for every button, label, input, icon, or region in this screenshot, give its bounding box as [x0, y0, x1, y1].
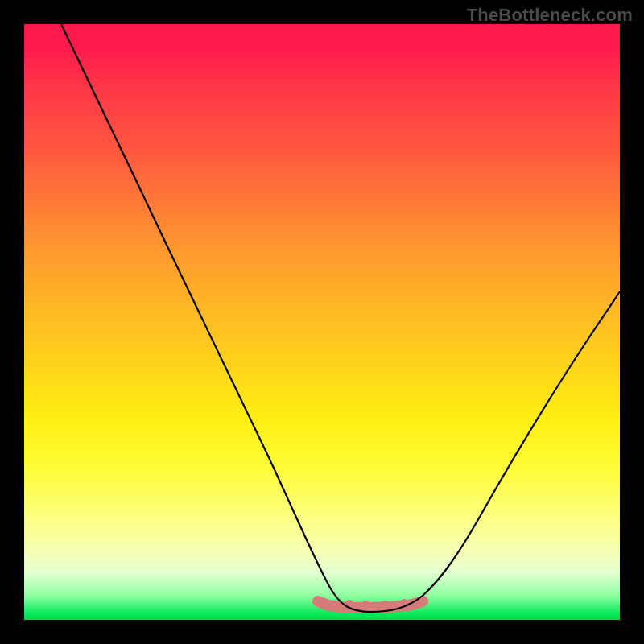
- chart-stage: TheBottleneck.com: [0, 0, 644, 644]
- bottleneck-curve: [61, 24, 620, 612]
- plot-area: [24, 24, 620, 620]
- curve-layer: [24, 24, 620, 620]
- watermark-text: TheBottleneck.com: [467, 5, 633, 26]
